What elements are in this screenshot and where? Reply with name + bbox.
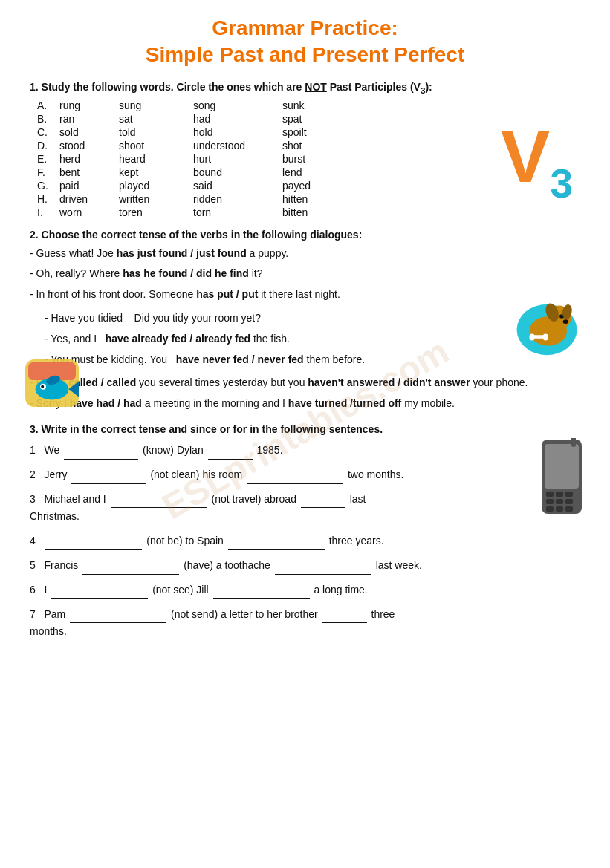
- item-text: (not travel) abroad: [212, 493, 299, 505]
- svg-rect-22: [545, 444, 579, 489]
- fill-item-4: 4 (not be) to Spain three years.: [30, 532, 580, 550]
- dialogue-line: - You must be kidding. You have never fe…: [45, 351, 580, 369]
- svg-rect-28: [565, 499, 573, 504]
- item-num: 5: [30, 559, 42, 571]
- word: sung: [119, 99, 193, 111]
- dialogue-line: - Have you tidied Did you tidy your room…: [45, 310, 580, 327]
- dialogue-block-1: - Guess what! Joe has just found / just …: [30, 245, 580, 304]
- blank-1a[interactable]: [64, 441, 138, 460]
- word: sunk: [282, 99, 342, 111]
- dialogue-line: - I have called / called you several tim…: [30, 374, 580, 392]
- word: hurt: [193, 153, 282, 165]
- word: torn: [193, 206, 282, 218]
- blank-4b[interactable]: [228, 532, 325, 550]
- row-label: E.: [37, 153, 59, 165]
- word: ran: [59, 113, 119, 125]
- word: hitten: [282, 193, 342, 205]
- item-text: Francis: [44, 559, 78, 571]
- item-text: 1985.: [256, 444, 282, 456]
- word: kept: [119, 166, 193, 178]
- dog-illustration: [513, 290, 580, 356]
- word: worn: [59, 206, 119, 218]
- row-label: B.: [37, 113, 59, 125]
- blank-4a[interactable]: [45, 532, 142, 550]
- item-text: (have) a toothache: [184, 559, 273, 571]
- row-label: C.: [37, 126, 59, 138]
- v3-decoration: V3: [501, 119, 573, 204]
- blank-7b[interactable]: [322, 605, 367, 624]
- blank-5b[interactable]: [275, 556, 371, 575]
- word: played: [119, 180, 193, 192]
- svg-point-12: [543, 335, 548, 340]
- blank-2a[interactable]: [71, 466, 146, 484]
- dialogue-line: - In front of his front door. Someone ha…: [30, 286, 580, 304]
- svg-point-6: [562, 315, 563, 316]
- item-text: last week.: [376, 559, 422, 571]
- word: understood: [193, 140, 282, 151]
- svg-point-7: [563, 320, 568, 324]
- word: spat: [282, 113, 342, 125]
- word: herd: [59, 153, 119, 165]
- page-title: Grammar Practice: Simple Past and Presen…: [30, 15, 580, 69]
- blank-7a[interactable]: [70, 605, 166, 624]
- item-text: (not be) to Spain: [146, 535, 226, 546]
- section-2: 2. Choose the correct tense of the verbs…: [30, 229, 580, 413]
- dialogue-line: - Oh, really? Where has he found / did h…: [30, 265, 580, 283]
- svg-point-18: [41, 385, 44, 388]
- item-text: a long time.: [314, 584, 367, 595]
- blank-6a[interactable]: [51, 581, 148, 599]
- fill-item-3: 3 Michael and I (not travel) abroad last…: [30, 490, 580, 526]
- svg-rect-23: [546, 492, 554, 497]
- item-num: 6: [30, 584, 42, 595]
- blank-6b[interactable]: [213, 581, 310, 599]
- word: burst: [282, 153, 342, 165]
- item-text: Jerry: [44, 469, 67, 480]
- item-text: three: [371, 608, 395, 620]
- word: told: [119, 126, 193, 138]
- item-text: (not send) a letter to her brother: [171, 608, 321, 620]
- row-label: D.: [37, 140, 59, 151]
- item-text: Pam: [44, 608, 65, 620]
- svg-rect-32: [571, 438, 576, 447]
- section3-title: 3. Write in the correct tense and since …: [30, 423, 580, 435]
- blank-3b[interactable]: [301, 490, 345, 509]
- section-1: 1. Study the following words. Circle the…: [30, 81, 580, 218]
- blank-3a[interactable]: [111, 490, 207, 509]
- item-text: We: [44, 444, 59, 456]
- svg-rect-30: [556, 506, 563, 512]
- item-text: two months.: [348, 469, 403, 480]
- word: shoot: [119, 140, 193, 151]
- word: heard: [119, 153, 193, 165]
- blank-2b[interactable]: [247, 466, 343, 484]
- word: song: [193, 99, 282, 111]
- word: bitten: [282, 206, 342, 218]
- item-num: 2: [30, 469, 42, 480]
- item-text: (know) Dylan: [143, 444, 207, 456]
- item-text: Christmas.: [30, 510, 80, 522]
- word: driven: [59, 193, 119, 205]
- word: hold: [193, 126, 282, 138]
- fill-item-5: 5 Francis (have) a toothache last week.: [30, 556, 580, 575]
- row-label: F.: [37, 166, 59, 178]
- item-num: 4: [30, 535, 42, 546]
- dialogue-line: - Sorry I have had / had a meeting in th…: [30, 395, 580, 413]
- dialogue-line: - Guess what! Joe has just found / just …: [30, 245, 580, 263]
- word: said: [193, 180, 282, 192]
- fill-item-2: 2 Jerry (not clean) his room two months.: [30, 466, 580, 484]
- item-text: Michael and I: [44, 493, 106, 505]
- svg-point-5: [559, 314, 563, 318]
- word: stood: [59, 140, 119, 151]
- word: had: [193, 113, 282, 125]
- fill-item-6: 6 I (not see) Jill a long time.: [30, 581, 580, 599]
- blank-5a[interactable]: [82, 556, 179, 575]
- fill-item-7: 7 Pam (not send) a letter to her brother…: [30, 605, 580, 642]
- dialogue-block-3: - I have called / called you several tim…: [30, 374, 580, 413]
- row-label: I.: [37, 206, 59, 218]
- svg-rect-31: [565, 506, 573, 512]
- svg-rect-24: [556, 492, 563, 497]
- word: payed: [282, 180, 342, 192]
- dialogue-block-2: - Have you tidied Did you tidy your room…: [45, 310, 580, 368]
- word: sold: [59, 126, 119, 138]
- blank-1b[interactable]: [208, 441, 253, 460]
- svg-rect-25: [565, 492, 573, 497]
